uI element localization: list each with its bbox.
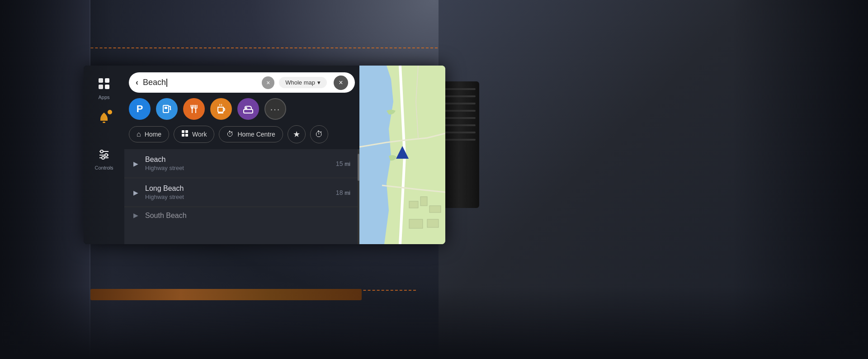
search-query[interactable]: Beach — [143, 78, 257, 87]
result-arrow-south-beach: ▶ — [133, 212, 138, 219]
category-fuel[interactable] — [156, 98, 178, 120]
home-label: Home — [145, 131, 161, 138]
dest-recent[interactable]: ⏱ — [310, 125, 328, 143]
result-distance-long-beach: 18 mi — [336, 189, 350, 196]
nav-content: ‹ Beach × Whole map ▾ × P — [124, 66, 359, 244]
sidebar-item-notifications[interactable] — [95, 109, 113, 127]
category-parking[interactable]: P — [129, 98, 151, 120]
svg-rect-30 — [427, 219, 439, 227]
category-row: P — [129, 98, 355, 120]
category-more[interactable]: ··· — [264, 98, 286, 120]
home-centre-icon: ⏱ — [226, 130, 234, 138]
sidebar: Apps — [84, 66, 124, 244]
svg-point-20 — [245, 107, 247, 109]
svg-rect-29 — [409, 219, 423, 228]
car-interior: McIntosh — [0, 0, 868, 359]
controls-icon — [95, 145, 113, 163]
result-info-south-beach: South Beach — [145, 212, 350, 220]
sidebar-item-apps[interactable]: Apps — [95, 75, 113, 100]
svg-rect-0 — [99, 78, 103, 83]
wood-trim — [90, 289, 362, 300]
recent-icon: ⏱ — [315, 130, 323, 139]
svg-rect-2 — [99, 85, 103, 89]
search-bar[interactable]: ‹ Beach × Whole map ▾ × — [129, 72, 355, 93]
controls-label: Controls — [95, 165, 113, 170]
svg-rect-27 — [420, 197, 427, 206]
svg-rect-22 — [185, 130, 188, 133]
search-results: ▶ Beach Highway street 15 mi ▶ Long Beac… — [124, 149, 359, 244]
dest-home-centre[interactable]: ⏱ Home Centre — [219, 126, 283, 142]
svg-rect-24 — [185, 134, 188, 137]
notification-icon — [95, 109, 113, 127]
result-street-long-beach: Highway street — [145, 194, 329, 200]
infotainment-screen: Apps — [84, 66, 445, 244]
svg-rect-1 — [105, 78, 109, 83]
result-arrow-long-beach: ▶ — [133, 189, 138, 196]
apps-icon — [95, 75, 113, 93]
home-centre-label: Home Centre — [237, 131, 275, 138]
svg-rect-26 — [409, 201, 418, 208]
result-arrow-beach: ▶ — [133, 160, 138, 167]
dest-home[interactable]: ⌂ Home — [129, 126, 169, 142]
result-info-beach: Beach Highway street — [145, 156, 329, 171]
home-icon: ⌂ — [137, 130, 141, 138]
map-content — [359, 66, 445, 244]
chevron-down-icon: ▾ — [317, 79, 321, 86]
work-icon — [181, 130, 189, 139]
whole-map-button[interactable]: Whole map ▾ — [279, 77, 327, 88]
map-panel — [359, 66, 445, 244]
svg-point-15 — [170, 109, 171, 110]
whole-map-label: Whole map — [285, 79, 315, 86]
clear-search-button[interactable]: × — [262, 76, 274, 89]
result-name-beach: Beach — [145, 156, 329, 164]
svg-point-10 — [102, 156, 104, 159]
result-item-beach[interactable]: ▶ Beach Highway street 15 mi — [124, 149, 359, 178]
map-car-indicator — [396, 146, 409, 159]
result-item-south-beach[interactable]: ▶ South Beach — [124, 207, 359, 224]
close-search-button[interactable]: × — [334, 76, 348, 90]
svg-rect-19 — [244, 109, 253, 113]
destinations-row: ⌂ Home Work ⏱ Ho — [129, 125, 355, 143]
category-coffee[interactable] — [210, 98, 232, 120]
svg-rect-23 — [182, 134, 184, 137]
svg-rect-4 — [103, 122, 105, 123]
sidebar-item-controls[interactable]: Controls — [95, 145, 113, 170]
result-name-long-beach: Long Beach — [145, 184, 329, 193]
result-street-beach: Highway street — [145, 165, 329, 171]
back-button[interactable]: ‹ — [136, 78, 138, 87]
svg-rect-12 — [165, 107, 167, 109]
category-restaurant[interactable] — [183, 98, 205, 120]
result-distance-beach: 15 mi — [336, 160, 350, 167]
dest-favorite[interactable]: ★ — [288, 125, 306, 143]
work-label: Work — [192, 131, 207, 138]
svg-rect-28 — [429, 206, 441, 213]
svg-point-6 — [100, 150, 103, 153]
star-icon: ★ — [293, 129, 300, 139]
category-hotel[interactable] — [237, 98, 259, 120]
result-item-long-beach[interactable]: ▶ Long Beach Highway street 18 mi — [124, 178, 359, 207]
apps-label: Apps — [98, 94, 109, 100]
svg-point-8 — [105, 154, 108, 156]
notification-dot — [108, 110, 112, 114]
svg-rect-21 — [182, 130, 184, 133]
svg-rect-3 — [105, 85, 109, 89]
result-name-south-beach: South Beach — [145, 212, 350, 220]
dest-work[interactable]: Work — [174, 126, 214, 143]
result-info-long-beach: Long Beach Highway street — [145, 184, 329, 200]
